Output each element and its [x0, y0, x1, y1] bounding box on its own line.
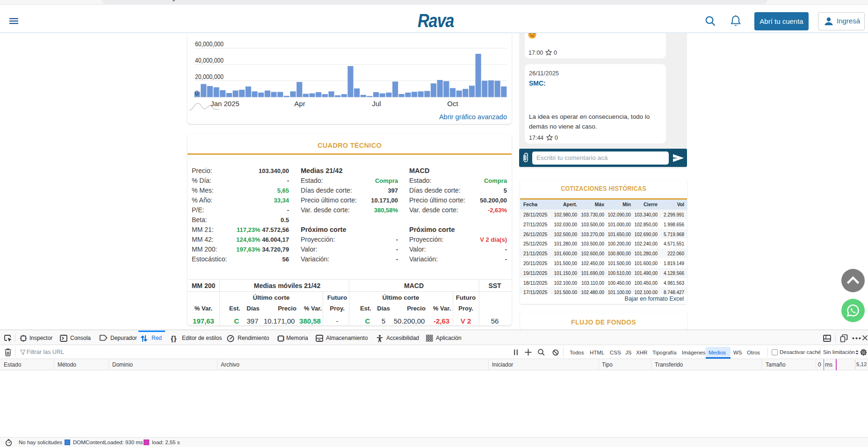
svg-text:Apr: Apr: [294, 100, 305, 108]
svg-text:Jan 2025: Jan 2025: [210, 100, 239, 108]
svg-text:Abrir gráfico avanzado: Abrir gráfico avanzado: [439, 113, 507, 121]
svg-text:20,000,000: 20,000,000: [195, 73, 224, 80]
svg-text:Oct: Oct: [447, 100, 458, 108]
svg-text:40,000,000: 40,000,000: [195, 57, 224, 64]
svg-text:Jul: Jul: [372, 100, 381, 108]
svg-text:{}: {}: [171, 335, 176, 342]
svg-text:0: 0: [195, 89, 199, 97]
svg-text:60,000,000: 60,000,000: [195, 40, 224, 48]
